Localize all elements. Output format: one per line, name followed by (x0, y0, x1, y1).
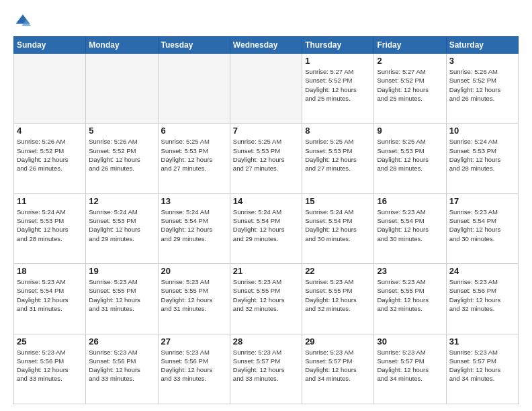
day-info: Sunrise: 5:23 AM Sunset: 5:54 PM Dayligh… (377, 208, 443, 243)
day-info: Sunrise: 5:23 AM Sunset: 5:56 PM Dayligh… (161, 348, 227, 383)
calendar-day-cell: 14Sunrise: 5:24 AM Sunset: 5:54 PM Dayli… (230, 193, 302, 263)
calendar-day-cell: 31Sunrise: 5:23 AM Sunset: 5:57 PM Dayli… (446, 334, 518, 404)
day-info: Sunrise: 5:23 AM Sunset: 5:55 PM Dayligh… (377, 277, 443, 313)
calendar-day-cell: 11Sunrise: 5:24 AM Sunset: 5:53 PM Dayli… (14, 193, 86, 263)
calendar-week-row: 1Sunrise: 5:27 AM Sunset: 5:52 PM Daylig… (14, 54, 519, 124)
calendar-day-cell: 12Sunrise: 5:24 AM Sunset: 5:53 PM Dayli… (86, 193, 158, 263)
logo-icon (13, 12, 32, 31)
calendar-day-cell: 25Sunrise: 5:23 AM Sunset: 5:56 PM Dayli… (14, 334, 86, 404)
day-number: 25 (17, 336, 83, 347)
day-info: Sunrise: 5:23 AM Sunset: 5:57 PM Dayligh… (449, 348, 515, 383)
day-number: 22 (305, 266, 371, 276)
calendar-day-cell: 29Sunrise: 5:23 AM Sunset: 5:57 PM Dayli… (302, 334, 374, 404)
day-number: 24 (449, 266, 515, 276)
calendar-day-cell: 5Sunrise: 5:26 AM Sunset: 5:52 PM Daylig… (86, 124, 158, 193)
day-number: 17 (449, 196, 515, 206)
calendar-day-cell (158, 54, 230, 124)
day-number: 26 (89, 336, 154, 347)
day-number: 23 (377, 266, 443, 276)
calendar-day-cell: 2Sunrise: 5:27 AM Sunset: 5:52 PM Daylig… (374, 54, 446, 124)
calendar-header-row: SundayMondayTuesdayWednesdayThursdayFrid… (14, 37, 519, 54)
calendar-day-cell: 8Sunrise: 5:25 AM Sunset: 5:53 PM Daylig… (302, 124, 374, 193)
day-info: Sunrise: 5:25 AM Sunset: 5:53 PM Dayligh… (377, 137, 443, 173)
day-info: Sunrise: 5:24 AM Sunset: 5:53 PM Dayligh… (17, 208, 83, 243)
calendar-day-cell: 10Sunrise: 5:24 AM Sunset: 5:53 PM Dayli… (446, 124, 518, 193)
day-info: Sunrise: 5:23 AM Sunset: 5:56 PM Dayligh… (449, 277, 515, 313)
day-number: 16 (377, 196, 443, 206)
day-info: Sunrise: 5:23 AM Sunset: 5:54 PM Dayligh… (17, 277, 83, 313)
day-info: Sunrise: 5:25 AM Sunset: 5:53 PM Dayligh… (233, 137, 299, 173)
calendar-day-cell (14, 54, 86, 124)
weekday-header: Wednesday (230, 37, 302, 54)
day-number: 3 (449, 56, 515, 66)
day-info: Sunrise: 5:24 AM Sunset: 5:54 PM Dayligh… (305, 208, 371, 243)
weekday-header: Tuesday (158, 37, 230, 54)
calendar-week-row: 4Sunrise: 5:26 AM Sunset: 5:52 PM Daylig… (14, 124, 519, 193)
day-info: Sunrise: 5:23 AM Sunset: 5:55 PM Dayligh… (305, 277, 371, 313)
day-info: Sunrise: 5:25 AM Sunset: 5:53 PM Dayligh… (305, 137, 371, 173)
day-info: Sunrise: 5:23 AM Sunset: 5:55 PM Dayligh… (161, 277, 227, 313)
calendar-day-cell: 13Sunrise: 5:24 AM Sunset: 5:54 PM Dayli… (158, 193, 230, 263)
day-info: Sunrise: 5:26 AM Sunset: 5:52 PM Dayligh… (17, 137, 83, 173)
day-number: 12 (89, 196, 154, 206)
weekday-header: Sunday (14, 37, 86, 54)
day-info: Sunrise: 5:24 AM Sunset: 5:54 PM Dayligh… (161, 208, 227, 243)
day-number: 28 (233, 336, 299, 347)
day-info: Sunrise: 5:23 AM Sunset: 5:56 PM Dayligh… (17, 348, 83, 383)
day-number: 6 (161, 126, 227, 136)
day-info: Sunrise: 5:24 AM Sunset: 5:53 PM Dayligh… (89, 208, 154, 243)
weekday-header: Thursday (302, 37, 374, 54)
calendar-week-row: 18Sunrise: 5:23 AM Sunset: 5:54 PM Dayli… (14, 264, 519, 334)
calendar-day-cell: 7Sunrise: 5:25 AM Sunset: 5:53 PM Daylig… (230, 124, 302, 193)
calendar-day-cell: 22Sunrise: 5:23 AM Sunset: 5:55 PM Dayli… (302, 264, 374, 334)
page: SundayMondayTuesdayWednesdayThursdayFrid… (0, 0, 532, 411)
calendar-day-cell: 20Sunrise: 5:23 AM Sunset: 5:55 PM Dayli… (158, 264, 230, 334)
day-number: 30 (377, 336, 443, 347)
calendar-day-cell: 26Sunrise: 5:23 AM Sunset: 5:56 PM Dayli… (86, 334, 158, 404)
day-number: 8 (305, 126, 371, 136)
day-number: 20 (161, 266, 227, 276)
day-number: 5 (89, 126, 154, 136)
calendar-day-cell: 19Sunrise: 5:23 AM Sunset: 5:55 PM Dayli… (86, 264, 158, 334)
calendar-day-cell: 9Sunrise: 5:25 AM Sunset: 5:53 PM Daylig… (374, 124, 446, 193)
logo (13, 12, 35, 31)
calendar-day-cell: 18Sunrise: 5:23 AM Sunset: 5:54 PM Dayli… (14, 264, 86, 334)
day-number: 2 (377, 56, 443, 66)
day-number: 1 (305, 56, 371, 66)
day-info: Sunrise: 5:23 AM Sunset: 5:54 PM Dayligh… (449, 208, 515, 243)
day-info: Sunrise: 5:26 AM Sunset: 5:52 PM Dayligh… (449, 67, 515, 103)
day-number: 19 (89, 266, 154, 276)
calendar-table: SundayMondayTuesdayWednesdayThursdayFrid… (13, 36, 519, 404)
day-info: Sunrise: 5:25 AM Sunset: 5:53 PM Dayligh… (161, 137, 227, 173)
day-number: 4 (17, 126, 83, 136)
day-info: Sunrise: 5:24 AM Sunset: 5:53 PM Dayligh… (449, 137, 515, 173)
day-number: 11 (17, 196, 83, 206)
day-info: Sunrise: 5:23 AM Sunset: 5:57 PM Dayligh… (377, 348, 443, 383)
calendar-day-cell: 6Sunrise: 5:25 AM Sunset: 5:53 PM Daylig… (158, 124, 230, 193)
calendar-day-cell: 15Sunrise: 5:24 AM Sunset: 5:54 PM Dayli… (302, 193, 374, 263)
weekday-header: Monday (86, 37, 158, 54)
day-info: Sunrise: 5:23 AM Sunset: 5:57 PM Dayligh… (233, 348, 299, 383)
day-info: Sunrise: 5:23 AM Sunset: 5:55 PM Dayligh… (233, 277, 299, 313)
day-number: 15 (305, 196, 371, 206)
day-info: Sunrise: 5:27 AM Sunset: 5:52 PM Dayligh… (377, 67, 443, 103)
day-info: Sunrise: 5:23 AM Sunset: 5:55 PM Dayligh… (89, 277, 154, 313)
calendar-day-cell (86, 54, 158, 124)
day-info: Sunrise: 5:26 AM Sunset: 5:52 PM Dayligh… (89, 137, 154, 173)
day-info: Sunrise: 5:24 AM Sunset: 5:54 PM Dayligh… (233, 208, 299, 243)
day-number: 27 (161, 336, 227, 347)
calendar-day-cell: 23Sunrise: 5:23 AM Sunset: 5:55 PM Dayli… (374, 264, 446, 334)
calendar-day-cell: 24Sunrise: 5:23 AM Sunset: 5:56 PM Dayli… (446, 264, 518, 334)
calendar-day-cell (230, 54, 302, 124)
calendar-day-cell: 21Sunrise: 5:23 AM Sunset: 5:55 PM Dayli… (230, 264, 302, 334)
day-info: Sunrise: 5:27 AM Sunset: 5:52 PM Dayligh… (305, 67, 371, 103)
day-info: Sunrise: 5:23 AM Sunset: 5:57 PM Dayligh… (305, 348, 371, 383)
day-number: 9 (377, 126, 443, 136)
day-number: 7 (233, 126, 299, 136)
calendar-day-cell: 16Sunrise: 5:23 AM Sunset: 5:54 PM Dayli… (374, 193, 446, 263)
calendar-day-cell: 28Sunrise: 5:23 AM Sunset: 5:57 PM Dayli… (230, 334, 302, 404)
calendar-week-row: 11Sunrise: 5:24 AM Sunset: 5:53 PM Dayli… (14, 193, 519, 263)
calendar-day-cell: 30Sunrise: 5:23 AM Sunset: 5:57 PM Dayli… (374, 334, 446, 404)
calendar-day-cell: 4Sunrise: 5:26 AM Sunset: 5:52 PM Daylig… (14, 124, 86, 193)
day-number: 18 (17, 266, 83, 276)
